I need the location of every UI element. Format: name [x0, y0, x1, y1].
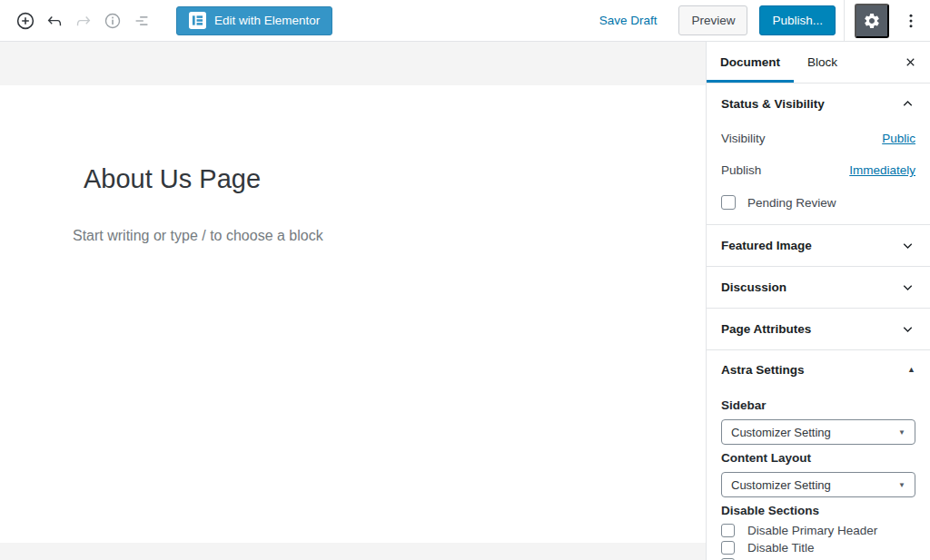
editor-toolbar: Edit with Elementor Save Draft Preview P… [0, 0, 930, 42]
post-title-field[interactable]: About Us Page [0, 85, 706, 195]
panel-status-body: Visibility Public Publish Immediately Pe… [707, 124, 930, 210]
toolbar-left: Edit with Elementor [11, 0, 332, 41]
panel-status-visibility: Status & Visibility Visibility Public Pu… [707, 84, 930, 225]
chevron-down-icon [900, 321, 915, 337]
kebab-menu-icon [902, 11, 920, 31]
panel-status-title: Status & Visibility [721, 97, 825, 111]
select-arrow-icon: ▼ [898, 428, 905, 437]
panel-astra-header[interactable]: Astra Settings ▲ [707, 350, 930, 389]
publish-button[interactable]: Publish... [759, 5, 836, 35]
preview-button[interactable]: Preview [678, 5, 747, 35]
panel-astra-settings: Astra Settings ▲ Sidebar Customizer Sett… [707, 350, 930, 560]
astra-sidebar-select[interactable]: Customizer Setting ▼ [721, 419, 915, 445]
toolbar-right: Save Draft Preview Publish... [599, 0, 923, 41]
editor-workspace: About Us Page Start writing or type / to… [0, 42, 930, 560]
block-appender-placeholder[interactable]: Start writing or type / to choose a bloc… [73, 228, 669, 244]
astra-content-layout-label: Content Layout [721, 451, 915, 466]
block-inserter-button[interactable] [11, 6, 40, 35]
plus-circle-icon [15, 10, 36, 32]
publish-label: Publish [721, 163, 761, 177]
pending-review-checkbox[interactable] [721, 195, 736, 210]
collapse-triangle-icon: ▲ [907, 366, 915, 374]
select-arrow-icon: ▼ [898, 481, 905, 489]
elementor-button-label: Edit with Elementor [214, 14, 320, 27]
settings-sidebar: Document Block Status & Visibility [706, 42, 930, 560]
astra-content-layout-select-value: Customizer Setting [731, 478, 831, 492]
astra-sidebar-label: Sidebar [721, 398, 915, 413]
astra-disable-sections-label: Disable Sections [721, 504, 915, 518]
panel-status-header[interactable]: Status & Visibility [707, 84, 930, 124]
panel-astra-title: Astra Settings [721, 363, 805, 377]
wordpress-editor: Edit with Elementor Save Draft Preview P… [0, 0, 930, 560]
panel-featured-image-title: Featured Image [721, 239, 812, 252]
disable-title-checkbox[interactable] [721, 541, 735, 555]
publish-value-link[interactable]: Immediately [849, 163, 915, 177]
panel-discussion-header[interactable]: Discussion [707, 267, 930, 308]
tab-document[interactable]: Document [707, 42, 794, 83]
pending-review-label: Pending Review [747, 196, 836, 210]
visibility-row: Visibility Public [707, 132, 930, 145]
publish-row: Publish Immediately [707, 163, 930, 177]
chevron-down-icon [900, 280, 915, 295]
content-structure-button[interactable] [98, 6, 127, 35]
visibility-value-link[interactable]: Public [882, 132, 915, 145]
gear-icon [863, 12, 881, 30]
info-icon [103, 11, 123, 31]
close-icon [904, 55, 917, 69]
editor-content-area: About Us Page Start writing or type / to… [0, 42, 706, 560]
disable-primary-header-row: Disable Primary Header [721, 524, 915, 537]
disable-primary-header-checkbox[interactable] [721, 524, 735, 537]
settings-toggle-button[interactable] [855, 4, 889, 38]
panel-featured-image: Featured Image [707, 225, 930, 267]
save-draft-link[interactable]: Save Draft [599, 14, 658, 27]
undo-icon [45, 11, 64, 31]
astra-sidebar-select-value: Customizer Setting [731, 426, 831, 439]
panel-page-attributes: Page Attributes [707, 309, 930, 350]
page-canvas[interactable]: About Us Page Start writing or type / to… [0, 85, 706, 543]
disable-primary-header-label: Disable Primary Header [747, 524, 877, 537]
panel-discussion: Discussion [707, 267, 930, 309]
close-sidebar-button[interactable] [890, 42, 930, 83]
astra-content-layout-select[interactable]: Customizer Setting ▼ [721, 472, 915, 497]
pending-review-row: Pending Review [707, 195, 930, 210]
undo-button[interactable] [40, 6, 69, 35]
panel-discussion-title: Discussion [721, 280, 787, 294]
list-outline-icon [132, 11, 152, 31]
panel-featured-image-header[interactable]: Featured Image [707, 225, 930, 266]
panel-page-attributes-title: Page Attributes [721, 322, 811, 336]
edit-with-elementor-button[interactable]: Edit with Elementor [176, 6, 332, 35]
visibility-label: Visibility [721, 132, 766, 145]
disable-title-label: Disable Title [747, 541, 815, 555]
panel-astra-body: Sidebar Customizer Setting ▼ Content Lay… [707, 389, 930, 560]
tab-block[interactable]: Block [794, 42, 851, 83]
redo-button[interactable] [69, 6, 98, 35]
chevron-up-icon [900, 96, 915, 112]
sidebar-tabs: Document Block [707, 42, 930, 84]
elementor-icon [189, 12, 206, 29]
panel-page-attributes-header[interactable]: Page Attributes [707, 309, 930, 349]
disable-title-row: Disable Title [721, 541, 915, 555]
toolbar-divider [844, 0, 845, 41]
block-navigation-button[interactable] [127, 6, 156, 35]
chevron-down-icon [900, 238, 915, 253]
more-menu-button[interactable] [899, 6, 923, 35]
redo-icon [74, 11, 94, 31]
